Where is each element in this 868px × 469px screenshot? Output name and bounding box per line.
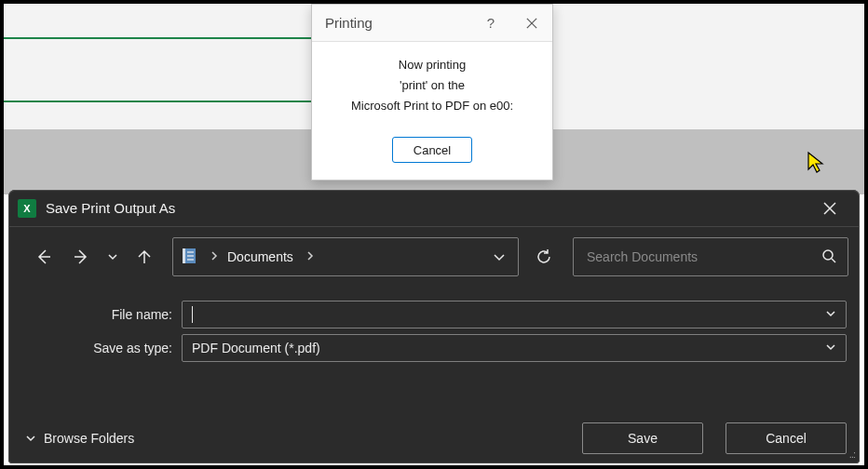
text-cursor xyxy=(192,306,193,323)
printing-line2: 'print' on the xyxy=(323,75,541,96)
save-as-dialog: Save Print Output As xyxy=(8,190,860,463)
browse-folders-toggle[interactable]: Browse Folders xyxy=(25,431,134,446)
file-name-field[interactable] xyxy=(182,301,847,328)
printing-line3: Microsoft Print to PDF on e00: xyxy=(323,96,541,116)
printing-line1: Now printing xyxy=(323,55,541,75)
file-name-label: File name: xyxy=(8,307,182,322)
search-icon xyxy=(821,248,836,266)
close-dialog-button[interactable] xyxy=(811,192,848,225)
close-button[interactable] xyxy=(511,5,552,42)
cancel-printing-button[interactable]: Cancel xyxy=(392,137,472,163)
forward-button[interactable] xyxy=(62,238,100,275)
help-button[interactable]: ? xyxy=(470,5,511,42)
search-placeholder: Search Documents xyxy=(587,249,698,264)
breadcrumb-documents[interactable]: Documents xyxy=(227,249,293,264)
printing-dialog: Printing ? Now printing 'print' on the M… xyxy=(311,4,553,181)
cancel-button[interactable]: Cancel xyxy=(726,422,847,454)
printing-titlebar: Printing ? xyxy=(312,5,552,42)
row-border xyxy=(4,100,311,102)
cursor-icon xyxy=(807,151,825,179)
recent-locations-button[interactable] xyxy=(100,238,126,275)
up-button[interactable] xyxy=(126,238,163,275)
save-as-type-label: Save as type: xyxy=(8,341,182,355)
svg-point-5 xyxy=(823,250,833,260)
row-border xyxy=(4,37,311,39)
back-button[interactable] xyxy=(25,238,62,275)
address-dropdown-button[interactable] xyxy=(481,238,518,275)
resize-grip-icon[interactable]: ..: xyxy=(849,449,855,460)
printing-title: Printing xyxy=(325,15,373,31)
chevron-down-icon[interactable] xyxy=(825,341,836,355)
address-bar[interactable]: Documents xyxy=(172,237,519,276)
save-titlebar[interactable]: Save Print Output As xyxy=(8,190,860,227)
folder-icon xyxy=(181,247,197,268)
browse-folders-label: Browse Folders xyxy=(44,431,134,446)
printing-body: Now printing 'print' on the Microsoft Pr… xyxy=(312,42,552,131)
search-box[interactable]: Search Documents xyxy=(573,237,848,276)
refresh-button[interactable] xyxy=(524,237,563,276)
svg-rect-1 xyxy=(183,248,185,263)
save-title: Save Print Output As xyxy=(46,200,175,216)
chevron-down-icon[interactable] xyxy=(825,307,836,322)
breadcrumb-separator-icon[interactable] xyxy=(201,250,224,263)
save-as-type-value: PDF Document (*.pdf) xyxy=(192,341,320,355)
excel-icon xyxy=(18,199,36,218)
save-button[interactable]: Save xyxy=(582,422,703,454)
breadcrumb-separator-icon[interactable] xyxy=(297,250,319,263)
save-as-type-field[interactable]: PDF Document (*.pdf) xyxy=(182,334,847,362)
navigation-row: Documents Search Documents xyxy=(8,227,860,287)
